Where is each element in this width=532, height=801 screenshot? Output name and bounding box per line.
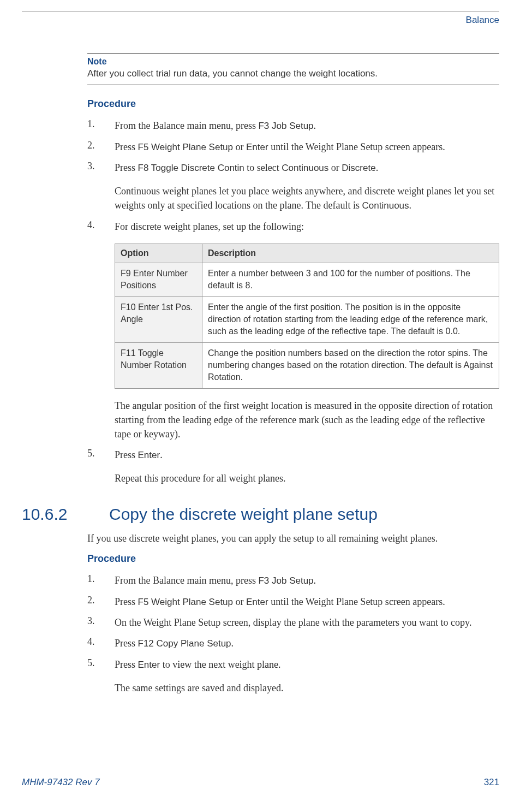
step-number: 2.	[87, 140, 115, 155]
step-text: or	[233, 141, 246, 152]
ui-label: Enter	[138, 450, 160, 460]
procedure-heading: Procedure	[87, 98, 499, 110]
section-title: Copy the discrete weight plane setup	[109, 505, 378, 524]
procedure1-steps: 1. From the Balance main menu, press F3 …	[87, 118, 499, 485]
step: 2. Press F5 Weight Plane Setup or Enter …	[87, 140, 499, 155]
step-text: Press	[115, 162, 138, 173]
step: 4. Press F12 Copy Plane Setup.	[87, 636, 499, 651]
ui-label: F3 Job Setup	[258, 121, 313, 131]
step-text: .	[314, 120, 316, 131]
page-number: 321	[484, 777, 499, 788]
step-text: Press	[115, 638, 138, 649]
step: 1. From the Balance main menu, press F3 …	[87, 573, 499, 588]
step-number: 5.	[87, 448, 115, 485]
option-desc: Enter a number between 3 and 100 for the…	[202, 263, 499, 296]
ui-label: F5 Weight Plane Setup	[138, 142, 234, 152]
ui-label: Enter	[246, 142, 268, 152]
step-text: From the Balance main menu, press	[115, 120, 258, 131]
step-text: .	[314, 575, 316, 586]
step-number: 5.	[87, 657, 115, 695]
procedure2-steps: 1. From the Balance main menu, press F3 …	[87, 573, 499, 695]
ui-label: Enter	[138, 660, 160, 670]
option-name: F10 Enter 1st Pos. Angle	[115, 296, 202, 342]
option-desc: Change the position numbers based on the…	[202, 342, 499, 388]
table-row: F9 Enter Number Positions Enter a number…	[115, 263, 499, 296]
step-text: Press	[115, 659, 138, 670]
step-explanation: Continuous weight planes let you place w…	[115, 186, 494, 211]
step-text: For discrete weight planes, set up the f…	[115, 219, 499, 234]
ui-label: F8 Toggle Discrete Contin	[138, 163, 244, 173]
step: 4. For discrete weight planes, set up th…	[87, 219, 499, 442]
step-text: Press	[115, 449, 138, 460]
note-label: Note	[87, 57, 499, 67]
step-text: Press	[115, 596, 138, 607]
note-block: Note After you collect trial run data, y…	[87, 53, 499, 85]
ui-label: F5 Weight Plane Setup	[138, 597, 234, 607]
step: 1. From the Balance main menu, press F3 …	[87, 118, 499, 133]
step-after-text: Repeat this procedure for all weight pla…	[115, 471, 499, 485]
step-number: 3.	[87, 615, 115, 630]
step-after-text: The angular position of the first weight…	[115, 399, 499, 441]
table-row: F10 Enter 1st Pos. Angle Enter the angle…	[115, 296, 499, 342]
doc-revision: MHM-97432 Rev 7	[22, 777, 100, 788]
section-intro: If you use discrete weight planes, you c…	[87, 531, 499, 545]
step-text: until the Weight Plane Setup screen appe…	[268, 141, 445, 152]
section-number: 10.6.2	[22, 505, 109, 524]
step: 3. On the Weight Plane Setup screen, dis…	[87, 615, 499, 630]
step-number: 2.	[87, 595, 115, 609]
step-number: 1.	[87, 118, 115, 133]
ui-label: Continuous	[362, 200, 409, 211]
table-header-option: Option	[115, 244, 202, 263]
step-text: From the Balance main menu, press	[115, 575, 258, 586]
step-text: .	[231, 638, 234, 649]
step-text: .	[376, 162, 379, 173]
step-number: 3.	[87, 161, 115, 212]
option-name: F9 Enter Number Positions	[115, 263, 202, 296]
footer: MHM-97432 Rev 7 321	[22, 777, 499, 788]
step-number: 4.	[87, 219, 115, 442]
step-text: until the Weight Plane Setup screen appe…	[268, 596, 445, 607]
step-text: to select	[244, 162, 282, 173]
ui-label: F12 Copy Plane Setup	[138, 638, 231, 649]
options-table: Option Description F9 Enter Number Posit…	[115, 244, 499, 389]
step-text: Press	[115, 141, 138, 152]
option-name: F11 Toggle Number Rotation	[115, 342, 202, 388]
step-number: 4.	[87, 636, 115, 651]
header-section: Balance	[22, 15, 499, 26]
ui-label: F3 Job Setup	[258, 575, 313, 586]
step-text: or	[328, 162, 342, 173]
ui-label: Continuous	[282, 163, 328, 173]
step: 3. Press F8 Toggle Discrete Contin to se…	[87, 161, 499, 212]
step-text: to view the next weight plane.	[160, 659, 280, 670]
procedure-heading: Procedure	[87, 553, 499, 565]
step-text: .	[160, 449, 163, 460]
ui-label: Enter	[246, 597, 268, 607]
step-text: On the Weight Plane Setup screen, displa…	[115, 615, 499, 630]
table-header-description: Description	[202, 244, 499, 263]
option-desc: Enter the angle of the first position. T…	[202, 296, 499, 342]
step: 2. Press F5 Weight Plane Setup or Enter …	[87, 595, 499, 609]
step-explanation: .	[409, 200, 412, 211]
section-heading: 10.6.2 Copy the discrete weight plane se…	[22, 505, 499, 524]
step-number: 1.	[87, 573, 115, 588]
step: 5. Press Enter to view the next weight p…	[87, 657, 499, 695]
step-after-text: The same settings are saved and displaye…	[115, 681, 499, 695]
step-text: or	[233, 596, 246, 607]
table-row: F11 Toggle Number Rotation Change the po…	[115, 342, 499, 388]
note-text: After you collect trial run data, you ca…	[87, 68, 378, 79]
step: 5. Press Enter. Repeat this procedure fo…	[87, 448, 499, 485]
ui-label: Discrete	[342, 163, 375, 173]
